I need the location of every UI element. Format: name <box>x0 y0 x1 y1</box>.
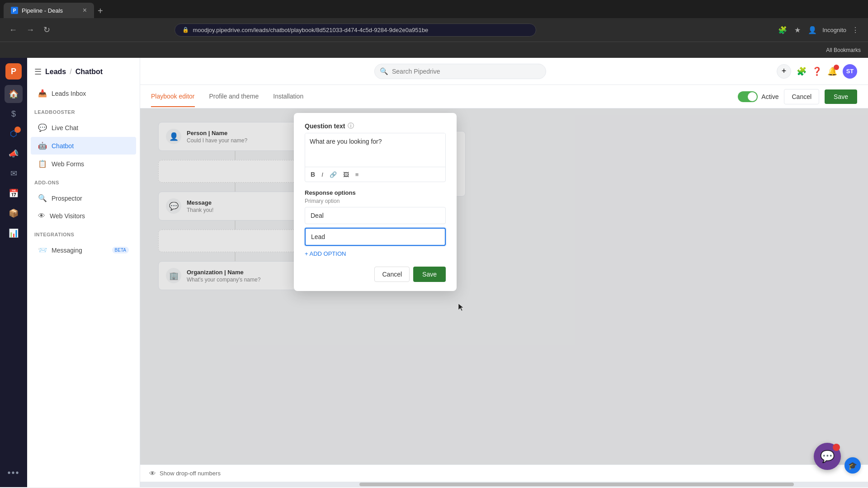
app-logo[interactable]: P <box>5 63 22 80</box>
prospector-icon: 🔍 <box>38 194 47 202</box>
integrations-section-label: INTEGRATIONS <box>27 228 140 241</box>
rail-item-more[interactable]: ••• <box>5 464 23 482</box>
horizontal-scrollbar[interactable] <box>140 482 868 487</box>
active-tab[interactable]: P Pipeline - Deals × <box>4 3 94 18</box>
sidebar-nav: 📥 Leads Inbox LEADBOOSTER 💬 Live Chat 🤖 … <box>27 80 140 263</box>
back-button[interactable]: ← <box>7 23 19 37</box>
sidebar-item-web-visitors[interactable]: 👁 Web Visitors <box>31 207 136 225</box>
leads-inbox-label: Leads Inbox <box>52 90 86 97</box>
list-button[interactable]: ≡ <box>354 170 361 179</box>
web-visitors-label: Web Visitors <box>50 212 85 220</box>
tab-title: Pipeline - Deals <box>22 7 63 14</box>
show-dropoff-label[interactable]: Show drop-off numbers <box>160 470 221 477</box>
bottom-bar: 👁 Show drop-off numbers <box>140 465 868 482</box>
primary-option-label: Primary option <box>305 198 446 204</box>
link-button[interactable]: 🔗 <box>328 170 339 179</box>
question-text-container: What are you looking for? B I 🔗 🖼 ≡ <box>305 133 446 182</box>
incognito-label: Incognito <box>822 27 846 33</box>
scrollbar-thumb[interactable] <box>359 483 794 486</box>
messaging-icon: 📨 <box>38 246 47 254</box>
leads-badge <box>14 127 21 133</box>
help-icon[interactable]: ❓ <box>812 66 822 76</box>
header-actions: + 🧩 ❓ 🔔 ST <box>777 64 857 79</box>
app-header: 🔍 + 🧩 ❓ 🔔 ST <box>140 58 868 85</box>
bold-button[interactable]: B <box>309 170 317 179</box>
rail-item-reports[interactable]: 📊 <box>5 224 23 242</box>
cancel-button[interactable]: Cancel <box>784 89 819 104</box>
refresh-button[interactable]: ↻ <box>42 23 52 37</box>
save-button[interactable]: Save <box>825 89 857 104</box>
modal-title: Question text <box>305 122 345 130</box>
extensions-header-icon[interactable]: 🧩 <box>797 66 807 76</box>
help-widget-button[interactable]: 🎓 <box>844 457 861 474</box>
add-button[interactable]: + <box>777 64 791 79</box>
sidebar-item-prospector[interactable]: 🔍 Prospector <box>31 189 136 207</box>
modal-save-button[interactable]: Save <box>413 267 446 282</box>
tab-installation[interactable]: Installation <box>273 86 303 107</box>
add-option-button[interactable]: + ADD OPTION <box>305 250 346 257</box>
tab-close-button[interactable]: × <box>83 6 87 14</box>
active-toggle[interactable] <box>738 91 758 102</box>
text-toolbar: B I 🔗 🖼 ≡ <box>305 167 445 182</box>
extensions-icon[interactable]: 🧩 <box>776 24 789 36</box>
url-text: moodjoy.pipedrive.com/leads/chatbot/play… <box>193 27 428 33</box>
rail-item-home[interactable]: 🏠 <box>5 85 23 103</box>
sidebar-item-leads-inbox[interactable]: 📥 Leads Inbox <box>31 84 136 102</box>
new-tab-button[interactable]: + <box>94 4 107 18</box>
tab-profile-theme[interactable]: Profile and theme <box>209 86 259 107</box>
profile-icon[interactable]: 👤 <box>806 24 819 36</box>
sidebar-item-web-forms[interactable]: 📋 Web Forms <box>31 155 136 173</box>
sidebar-item-messaging[interactable]: 📨 Messaging BETA <box>31 241 136 259</box>
address-bar[interactable]: 🔒 moodjoy.pipedrive.com/leads/chatbot/pl… <box>175 23 536 37</box>
rail-item-leads[interactable]: ⬡ <box>5 125 23 143</box>
info-icon[interactable]: ⓘ <box>348 122 354 130</box>
bookmark-icon[interactable]: ★ <box>793 24 802 36</box>
secondary-option-input[interactable] <box>305 228 446 246</box>
rail-item-campaigns[interactable]: 📣 <box>5 145 23 163</box>
rail-item-activities[interactable]: 📅 <box>5 184 23 202</box>
modal-title-row: Question text ⓘ <box>305 122 446 130</box>
sidebar-item-live-chat[interactable]: 💬 Live Chat <box>31 119 136 136</box>
breadcrumb-chatbot[interactable]: Chatbot <box>75 68 103 76</box>
italic-button[interactable]: I <box>320 170 325 179</box>
chatbot-icon: 🤖 <box>38 141 47 150</box>
sidebar-item-chatbot[interactable]: 🤖 Chatbot <box>31 137 136 155</box>
sidebar-header: ☰ Leads / Chatbot <box>27 61 140 80</box>
tab-playbook-editor[interactable]: Playbook editor <box>151 86 195 107</box>
app-layout: P 🏠 $ ⬡ 📣 ✉ 📅 📦 📊 ••• ☰ Leads / Chatbot … <box>0 58 868 487</box>
chat-widget-button[interactable]: 💬 <box>814 443 841 470</box>
primary-option-input[interactable] <box>305 207 446 224</box>
rail-item-products[interactable]: 📦 <box>5 204 23 222</box>
notification-icon[interactable]: 🔔 <box>827 66 837 76</box>
beta-badge: BETA <box>112 247 129 253</box>
modal-cancel-button[interactable]: Cancel <box>374 267 410 282</box>
user-avatar[interactable]: ST <box>843 64 857 79</box>
eye-icon: 👁 <box>149 469 156 477</box>
search-icon: 🔍 <box>380 67 388 75</box>
menu-toggle-icon[interactable]: ☰ <box>34 67 42 77</box>
notification-badge <box>834 65 839 70</box>
browser-chrome: P Pipeline - Deals × + ← → ↻ 🔒 moodjoy.p… <box>0 0 868 58</box>
chat-widget-badge <box>833 444 840 451</box>
bookmarks-bar: All Bookmarks <box>0 42 868 58</box>
rail-item-mail[interactable]: ✉ <box>5 164 23 183</box>
image-button[interactable]: 🖼 <box>341 170 351 179</box>
lock-icon: 🔒 <box>182 27 189 33</box>
canvas-area[interactable]: 👤 Person | Name Could I have your name? … <box>140 108 868 465</box>
breadcrumb-leads[interactable]: Leads <box>45 68 66 76</box>
question-textarea[interactable]: What are you looking for? <box>305 133 445 165</box>
forward-button[interactable]: → <box>24 23 36 37</box>
prospector-label: Prospector <box>52 195 82 202</box>
leadbooster-section-label: LEADBOOSTER <box>27 106 140 118</box>
tabs-right: Active Cancel Save <box>738 89 857 104</box>
all-bookmarks[interactable]: All Bookmarks <box>826 47 861 53</box>
search-input[interactable] <box>374 64 546 79</box>
toolbar-right: 🧩 ★ 👤 Incognito ⋮ <box>776 24 861 36</box>
active-toggle-wrapper: Active <box>738 91 778 102</box>
tab-favicon: P <box>11 7 18 14</box>
rail-item-deals[interactable]: $ <box>5 105 23 123</box>
response-options-label: Response options <box>305 189 446 196</box>
web-forms-icon: 📋 <box>38 160 47 168</box>
menu-dots[interactable]: ⋮ <box>850 24 861 36</box>
active-label: Active <box>761 93 778 100</box>
